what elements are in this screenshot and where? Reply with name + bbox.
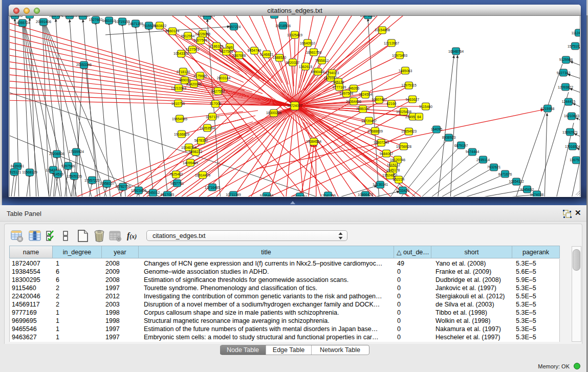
svg-text:20478682: 20478682 [360,16,376,17]
svg-text:13716485: 13716485 [205,186,220,189]
svg-text:10654112: 10654112 [509,180,524,183]
svg-text:22420046: 22420046 [186,82,202,86]
svg-text:12741205: 12741205 [320,194,336,196]
svg-text:6794023: 6794023 [325,71,339,75]
svg-text:3175685: 3175685 [193,74,207,78]
svg-text:9684067: 9684067 [380,152,394,156]
svg-text:13226058: 13226058 [195,32,210,36]
svg-text:10866423: 10866423 [358,193,373,196]
svg-text:252214: 252214 [393,178,405,181]
svg-text:12975115: 12975115 [401,83,417,87]
svg-text:8990448: 8990448 [311,70,325,74]
svg-text:8813054: 8813054 [268,16,281,16]
svg-text:114519: 114519 [52,172,63,176]
svg-text:1167533: 1167533 [570,158,580,162]
svg-text:19654985: 19654985 [172,117,187,121]
svg-text:10973493: 10973493 [392,54,407,57]
svg-text:9146821: 9146821 [260,53,274,56]
svg-text:19756928: 19756928 [396,145,411,148]
svg-text:10543362: 10543362 [173,52,189,55]
svg-text:8210765: 8210765 [23,16,37,16]
svg-text:8186328: 8186328 [210,45,224,48]
svg-text:16782759: 16782759 [115,185,130,188]
svg-text:17359924: 17359924 [69,150,84,154]
svg-text:12505135: 12505135 [67,174,82,178]
svg-text:13325419: 13325419 [287,33,302,37]
svg-text:10025438: 10025438 [396,110,411,114]
svg-text:3824554: 3824554 [359,93,373,96]
svg-text:8215958: 8215958 [541,107,555,111]
svg-text:8220337: 8220337 [286,61,300,64]
svg-text:13692971: 13692971 [562,130,578,134]
svg-text:14671355: 14671355 [128,22,143,26]
svg-text:8439061: 8439061 [11,164,25,168]
svg-text:20691406: 20691406 [36,20,51,24]
svg-text:64: 64 [417,115,421,119]
svg-text:20364436: 20364436 [346,100,361,103]
svg-text:9127503: 9127503 [186,48,200,51]
svg-text:14136141: 14136141 [373,183,388,186]
svg-text:10154808: 10154808 [375,28,390,32]
svg-text:7955812: 7955812 [315,59,329,62]
svg-text:19218506: 19218506 [275,24,291,28]
svg-text:9662904: 9662904 [49,16,63,17]
svg-text:17016504: 17016504 [565,145,580,148]
svg-text:12093872: 12093872 [558,85,573,89]
svg-text:9777169: 9777169 [333,85,346,89]
svg-text:3267110: 3267110 [206,115,219,119]
svg-text:2718120: 2718120 [177,70,190,74]
svg-text:9135468: 9135468 [260,194,274,196]
svg-text:1527602: 1527602 [89,18,103,21]
svg-text:17957223: 17957223 [84,179,100,182]
svg-text:12213363: 12213363 [171,86,186,90]
svg-text:7632621: 7632621 [487,165,501,169]
svg-text:7663822: 7663822 [153,24,167,28]
svg-text:8938923: 8938923 [442,136,456,139]
svg-text:20206536: 20206536 [49,152,64,156]
svg-text:19166829: 19166829 [174,133,189,136]
svg-text:8471676: 8471676 [498,172,512,176]
svg-text:11086391: 11086391 [292,195,308,196]
svg-text:10958107: 10958107 [99,182,115,185]
svg-text:11568129: 11568129 [22,170,37,174]
svg-text:164095: 164095 [431,127,443,131]
svg-text:9327509: 9327509 [194,38,208,42]
svg-text:15720407: 15720407 [361,119,377,123]
svg-text:16961758: 16961758 [306,51,321,54]
svg-text:16033809: 16033809 [200,16,215,17]
svg-text:9463627: 9463627 [406,98,420,101]
svg-text:10807487: 10807487 [372,98,387,101]
svg-text:746266: 746266 [348,86,360,90]
svg-text:9227342: 9227342 [557,71,571,75]
svg-text:11353594: 11353594 [200,126,215,130]
svg-text:6879197: 6879197 [454,144,468,147]
svg-text:9115460: 9115460 [419,105,432,108]
svg-text:6461010: 6461010 [102,19,116,23]
svg-text:9129966: 9129966 [559,58,573,61]
svg-text:5498222: 5498222 [189,150,203,154]
svg-text:8427552: 8427552 [211,90,225,93]
svg-text:989013: 989013 [179,78,191,82]
svg-text:1010755: 1010755 [171,102,185,105]
svg-text:8454749: 8454749 [248,49,262,52]
svg-text:16914479: 16914479 [195,173,210,177]
svg-text:9245652: 9245652 [520,188,534,191]
svg-text:18300295: 18300295 [266,111,281,115]
svg-text:2935114: 2935114 [476,158,490,162]
svg-text:2803144: 2803144 [217,76,231,80]
svg-text:14055724: 14055724 [15,21,30,25]
svg-text:417006: 417006 [210,102,222,105]
svg-text:19654923: 19654923 [401,129,417,133]
svg-text:16120746: 16120746 [390,158,405,162]
svg-text:18807249: 18807249 [374,141,389,144]
svg-text:10653267: 10653267 [75,16,91,17]
svg-text:19384554: 19384554 [306,140,321,143]
svg-text:12213967: 12213967 [384,41,399,45]
svg-text:15751074: 15751074 [568,45,580,48]
svg-text:1045178: 1045178 [386,168,400,172]
svg-text:7986322: 7986322 [356,107,370,111]
svg-text:18724007: 18724007 [287,104,302,107]
svg-text:16210643: 16210643 [564,114,579,118]
svg-text:9245012: 9245012 [146,191,160,194]
svg-text:20053346: 20053346 [76,63,92,67]
